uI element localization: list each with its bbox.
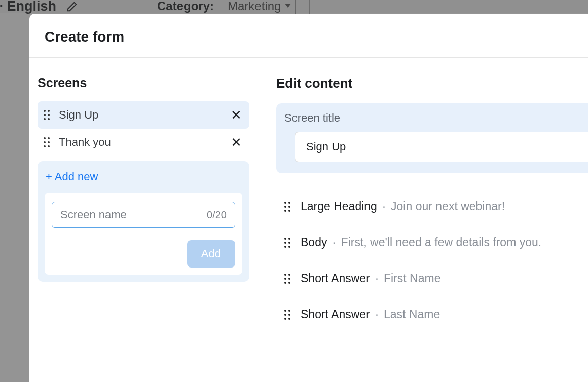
content-row-body[interactable]: Body · First, we'll need a few details f… — [284, 224, 588, 260]
add-button[interactable]: Add — [187, 240, 235, 268]
add-screen-card: 0/20 Add — [45, 193, 242, 275]
content-value-label: Last Name — [384, 308, 440, 321]
add-screen-panel: + Add new 0/20 Add — [38, 161, 249, 282]
drag-handle-icon[interactable] — [284, 274, 290, 284]
screen-title-label: Screen title — [284, 111, 588, 125]
screen-name-input-wrap[interactable]: 0/20 — [52, 202, 235, 228]
screen-name-input[interactable] — [60, 208, 207, 221]
drag-handle-icon[interactable] — [284, 202, 290, 212]
edit-content-panel: Edit content Screen title Sign Up Large … — [258, 58, 588, 382]
content-type-label: Short Answer — [301, 272, 370, 285]
screen-title-block: Screen title Sign Up — [276, 103, 588, 173]
screens-panel: Screens Sign Up ✕ Thank you ✕ — [29, 58, 258, 382]
content-value-label: First, we'll need a few details from you… — [341, 236, 542, 249]
content-type-label: Large Heading — [301, 200, 377, 213]
content-row-large-heading[interactable]: Large Heading · Join our next webinar! — [284, 188, 588, 224]
separator-dot: · — [382, 200, 389, 213]
content-value-label: First Name — [384, 272, 440, 285]
drag-handle-icon[interactable] — [284, 238, 290, 248]
screen-item-thank-you[interactable]: Thank you ✕ — [38, 129, 249, 156]
content-list: Large Heading · Join our next webinar! B… — [276, 173, 588, 332]
drag-handle-icon[interactable] — [284, 310, 290, 320]
content-value-label: Join our next webinar! — [391, 200, 505, 213]
close-icon[interactable]: ✕ — [229, 108, 243, 122]
content-row-short-answer-last[interactable]: Short Answer · Last Name — [284, 296, 588, 332]
drag-handle-icon[interactable] — [44, 110, 50, 120]
char-counter: 0/20 — [207, 209, 227, 221]
close-icon[interactable]: ✕ — [229, 136, 243, 149]
separator-dot: · — [375, 272, 382, 285]
add-new-link[interactable]: + Add new — [45, 170, 242, 183]
separator-dot: · — [375, 308, 382, 321]
screen-item-sign-up[interactable]: Sign Up ✕ — [38, 101, 249, 129]
edit-content-heading: Edit content — [276, 75, 588, 91]
screen-item-label: Sign Up — [59, 108, 220, 122]
screen-item-label: Thank you — [59, 136, 220, 149]
screen-title-input[interactable]: Sign Up — [295, 132, 588, 162]
modal-body: Screens Sign Up ✕ Thank you ✕ — [29, 58, 588, 382]
screens-heading: Screens — [38, 75, 249, 90]
content-row-short-answer-first[interactable]: Short Answer · First Name — [284, 260, 588, 296]
content-type-label: Short Answer — [301, 308, 370, 321]
content-type-label: Body — [301, 236, 327, 249]
modal-title: Create form — [45, 29, 573, 45]
modal-header: Create form — [29, 14, 588, 58]
create-form-modal: Create form Screens Sign Up ✕ — [29, 14, 588, 382]
drag-handle-icon[interactable] — [44, 137, 50, 147]
separator-dot: · — [333, 236, 339, 249]
